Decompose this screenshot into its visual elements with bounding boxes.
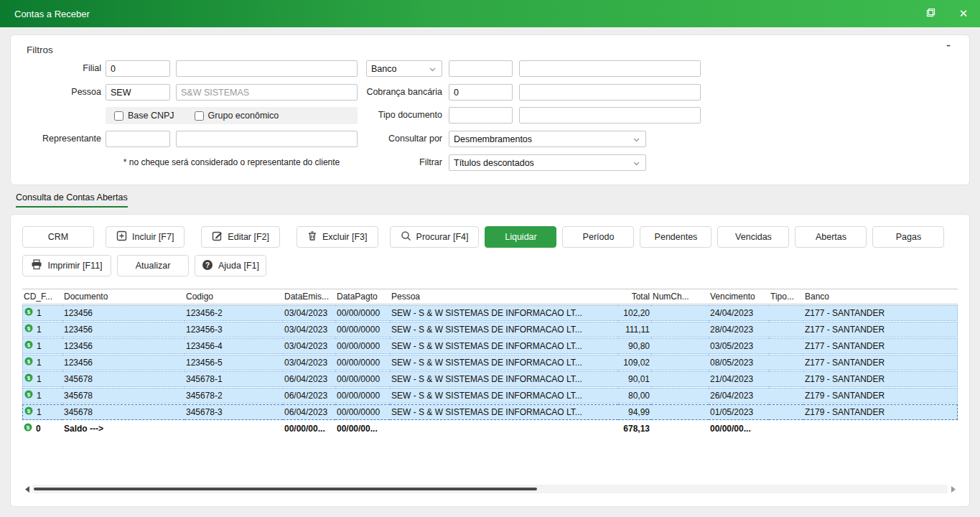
liquidar-button[interactable]: Liquidar [485, 226, 556, 248]
col-header-cd[interactable]: CD_F... [22, 289, 62, 304]
filters-title: Filtros [27, 45, 53, 55]
col-header-banco[interactable]: Banco [803, 289, 958, 304]
banco-select[interactable]: Banco [366, 60, 442, 77]
chevron-down-icon [633, 134, 640, 144]
scroll-left-arrow[interactable] [22, 486, 32, 493]
procurar-button[interactable]: Procurar [F4] [390, 226, 480, 248]
collapse-filters-button[interactable]: - [942, 37, 955, 55]
banco-cell: Z177 - SANTANDER [803, 338, 958, 354]
col-header-numch[interactable]: NumCh... [651, 289, 709, 304]
representante-code-input[interactable] [106, 131, 170, 147]
printer-icon [31, 259, 42, 272]
ajuda-button[interactable]: ? Ajuda [F1] [195, 255, 266, 276]
total-cell: 94,99 [618, 404, 651, 420]
pessoa-code-input[interactable] [106, 84, 170, 101]
svg-text:$: $ [27, 358, 31, 365]
table-row[interactable]: $ 1 123456 123456-5 03/04/2023 00/00/000… [22, 355, 958, 371]
cd-cell: $ 1 [22, 322, 62, 337]
vencimento-cell: 26/04/2023 [709, 388, 769, 404]
base-cnpj-checkbox-item[interactable]: Base CNPJ [114, 111, 174, 121]
total-cell: 102,20 [618, 305, 651, 321]
filial-name-input[interactable] [176, 60, 358, 77]
banco-cell: Z177 - SANTANDER [803, 322, 958, 337]
codigo-cell [185, 421, 283, 437]
banco-select-value: Banco [371, 64, 396, 74]
excluir-button[interactable]: Excluir [F3] [297, 226, 378, 248]
grupo-economico-checkbox-item[interactable]: Grupo econômico [195, 111, 279, 121]
datapagto-cell: 00/00/0000 [335, 404, 390, 420]
grupo-economico-checkbox[interactable] [195, 111, 204, 121]
cd-cell: $ 1 [22, 338, 62, 354]
grupo-economico-label: Grupo econômico [208, 111, 279, 121]
crm-button[interactable]: CRM [22, 226, 94, 248]
col-header-dataemis[interactable]: DataEmis... [283, 289, 335, 304]
cd-value: 1 [37, 355, 42, 370]
window-title: Contas a Receber [14, 9, 90, 19]
restore-icon [926, 7, 935, 20]
consultar-por-select[interactable]: Desmembramentos [449, 131, 646, 147]
col-header-vencimento[interactable]: Vencimento [709, 289, 769, 304]
col-header-documento[interactable]: Documento [62, 289, 185, 304]
datapagto-cell: 00/00/0000 [335, 371, 390, 387]
table-row[interactable]: $ 1 123456 123456-2 03/04/2023 00/00/000… [22, 305, 958, 321]
vencimento-cell: 28/04/2023 [709, 322, 769, 337]
incluir-button[interactable]: Incluir [F7] [106, 226, 185, 248]
banco-code-input[interactable] [449, 60, 513, 77]
table-row[interactable]: $ 1 345678 345678-2 06/04/2023 00/00/000… [22, 388, 958, 404]
base-cnpj-checkbox[interactable] [114, 111, 123, 121]
svg-text:$: $ [27, 391, 31, 398]
datapagto-cell: 00/00/0000 [335, 355, 390, 371]
tipo-cell [769, 371, 803, 387]
abertas-button[interactable]: Abertas [795, 226, 867, 248]
cobranca-code-input[interactable] [449, 84, 513, 101]
cobranca-name-input[interactable] [519, 84, 701, 101]
documento-cell: 123456 [62, 355, 185, 371]
table-row[interactable]: $ 1 123456 123456-4 03/04/2023 00/00/000… [22, 338, 958, 354]
col-header-tipo[interactable]: Tipo... [769, 289, 803, 304]
atualizar-button[interactable]: Atualizar [117, 255, 189, 276]
tipo-documento-code-input[interactable] [449, 107, 513, 124]
money-icon: $ [24, 339, 33, 353]
pessoa-cell: SEW - S & W SISTEMAS DE INFORMACAO LT... [390, 322, 618, 337]
pendentes-button[interactable]: Pendentes [640, 226, 711, 248]
total-cell: 90,01 [618, 371, 651, 387]
close-button[interactable]: ✕ [947, 0, 980, 27]
total-cell: 80,00 [618, 388, 651, 404]
codigo-cell: 123456-2 [185, 305, 283, 321]
pagas-button[interactable]: Pagas [872, 226, 944, 248]
scrollbar-track[interactable] [32, 485, 948, 493]
table-body: $ 1 123456 123456-2 03/04/2023 00/00/000… [22, 305, 958, 437]
datapagto-cell: 00/00/0000 [335, 338, 390, 354]
consultar-por-value: Desmembramentos [454, 134, 532, 144]
money-icon: $ [24, 322, 33, 337]
col-header-codigo[interactable]: Codigo [185, 289, 283, 304]
table-row[interactable]: $ 1 123456 123456-3 03/04/2023 00/00/000… [22, 322, 958, 337]
plus-square-icon [116, 230, 127, 243]
table-row[interactable]: $ 1 345678 345678-3 06/04/2023 00/00/000… [22, 404, 958, 420]
vencidas-button[interactable]: Vencidas [717, 226, 789, 248]
dataemis-cell: 06/04/2023 [283, 371, 335, 387]
restore-button[interactable] [914, 0, 947, 27]
datapagto-cell: 00/00/0000 [335, 388, 390, 404]
table-row[interactable]: $ 1 345678 345678-1 06/04/2023 00/00/000… [22, 371, 958, 387]
editar-button[interactable]: Editar [F2] [201, 226, 280, 248]
col-header-datapagto[interactable]: DataPagto [335, 289, 390, 304]
total-cell: 111,11 [618, 322, 651, 337]
cd-value: 1 [37, 405, 42, 419]
numch-cell [651, 421, 709, 437]
vencimento-cell: 00/00/00... [709, 421, 769, 437]
banco-name-input[interactable] [519, 60, 701, 77]
scroll-right-arrow[interactable] [948, 486, 958, 493]
tab-consulta-contas-abertas[interactable]: Consulta de Contas Abertas [16, 192, 128, 208]
consultar-por-label: Consultar por [298, 131, 442, 147]
filial-code-input[interactable] [106, 60, 170, 77]
cd-value: 1 [37, 322, 42, 337]
table-row[interactable]: $ 0 Saldo ---> 00/00/00... 00/00/00... 6… [22, 421, 958, 437]
imprimir-button[interactable]: Imprimir [F11] [22, 255, 111, 276]
filtrar-select[interactable]: Títulos descontados [449, 154, 646, 171]
scrollbar-thumb[interactable] [34, 488, 537, 490]
tipo-documento-name-input[interactable] [519, 107, 701, 124]
col-header-total[interactable]: Total [618, 289, 651, 304]
col-header-pessoa[interactable]: Pessoa [390, 289, 618, 304]
periodo-button[interactable]: Período [562, 226, 634, 248]
